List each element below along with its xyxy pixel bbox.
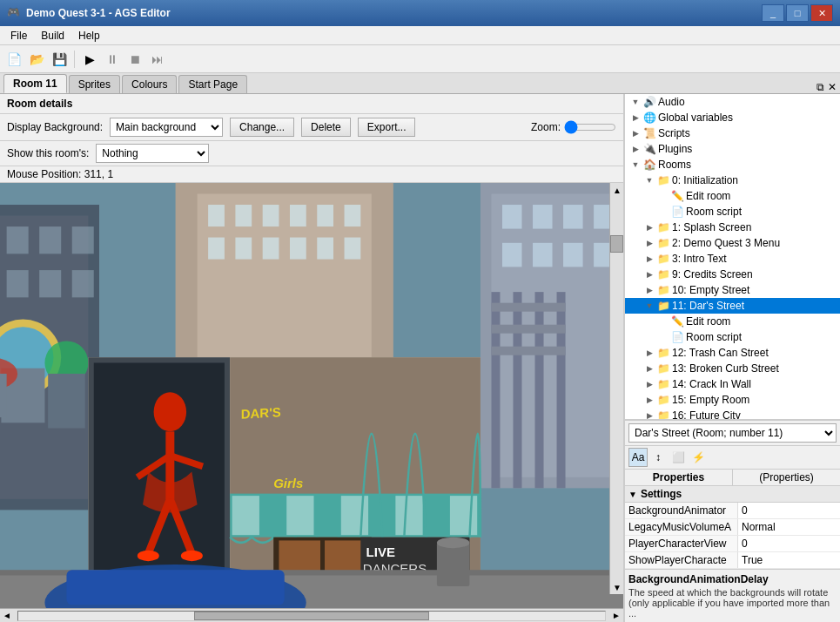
props-btn-2[interactable]: ↕ <box>648 448 668 467</box>
scroll-down-arrow[interactable]: ▼ <box>610 580 623 594</box>
export-button[interactable]: Export... <box>358 118 416 137</box>
svg-rect-50 <box>491 347 565 355</box>
menu-build[interactable]: Build <box>34 28 71 44</box>
stop-button[interactable]: ⏹ <box>124 49 145 70</box>
close-button[interactable]: ✕ <box>810 4 833 22</box>
props-icon-toolbar: Aa ↕ ⬜ ⚡ <box>625 446 840 470</box>
tab-colours[interactable]: Colours <box>122 75 177 93</box>
expand-rooms[interactable]: ▼ <box>628 158 642 172</box>
tree-item-globalvars[interactable]: ▶ 🌐 Global variables <box>625 110 840 125</box>
svg-rect-68 <box>341 496 368 535</box>
props-tab-properties[interactable]: Properties <box>625 470 733 485</box>
tree-item-room3[interactable]: ▶ 📁 3: Intro Text <box>625 251 840 267</box>
tab-close-icon[interactable]: ✕ <box>828 81 837 93</box>
show-rooms-select[interactable]: Nothing Walkable areas Hotspots Objects … <box>96 144 209 163</box>
room1-icon: 📁 <box>656 220 670 234</box>
tree-item-room1[interactable]: ▶ 📁 1: Splash Screen <box>625 220 840 235</box>
open-button[interactable]: 📂 <box>26 49 47 70</box>
minimize-button[interactable]: _ <box>762 4 784 22</box>
expand-audio[interactable]: ▼ <box>628 95 642 109</box>
hscroll-track <box>17 611 606 621</box>
scroll-right-arrow[interactable]: ► <box>609 609 623 623</box>
expand-plugins[interactable]: ▶ <box>628 142 642 156</box>
new-button[interactable]: 📄 <box>3 49 24 70</box>
vertical-scrollbar[interactable]: ▲ ▼ <box>609 183 623 594</box>
svg-rect-22 <box>263 205 279 226</box>
expand-room3[interactable]: ▶ <box>642 252 656 266</box>
save-button[interactable]: 💾 <box>49 49 70 70</box>
expand-room15[interactable]: ▶ <box>642 393 656 407</box>
tree-item-room13[interactable]: ▶ 📁 13: Broken Curb Street <box>625 361 840 376</box>
tree-item-scripts[interactable]: ▶ 📜 Scripts <box>625 125 840 141</box>
tree-item-room16[interactable]: ▶ 📁 16: Future City <box>625 408 840 420</box>
change-button[interactable]: Change... <box>230 118 294 137</box>
content-area: Room details Display Background: Main ba… <box>0 94 840 622</box>
room-dropdown[interactable]: Dar's Street (Room; number 11) <box>628 423 837 443</box>
display-background-select[interactable]: Main background Background 2 None <box>110 118 223 137</box>
room-details-header: Room details <box>0 94 623 114</box>
tree-item-room9[interactable]: ▶ 📁 9: Credits Screen <box>625 267 840 282</box>
room15-icon: 📁 <box>656 393 670 407</box>
room2-icon: 📁 <box>656 236 670 250</box>
menu-help[interactable]: Help <box>71 28 107 44</box>
tab-startpage[interactable]: Start Page <box>178 75 247 93</box>
props-tab-properties2[interactable]: (Properties) <box>733 470 840 485</box>
scroll-up-arrow[interactable]: ▲ <box>610 183 623 197</box>
room-canvas-container: DAR'S Girls <box>0 183 623 608</box>
expand-room0[interactable]: ▼ <box>642 173 656 187</box>
horizontal-scrollbar[interactable]: ◄ ► <box>0 608 623 622</box>
expand-scripts[interactable]: ▶ <box>628 126 642 140</box>
expand-room11[interactable]: ▼ <box>642 299 656 313</box>
svg-rect-39 <box>502 243 522 267</box>
menu-file[interactable]: File <box>3 28 34 44</box>
svg-rect-46 <box>535 292 544 488</box>
props-btn-3[interactable]: ⬜ <box>669 448 688 467</box>
expand-room12[interactable]: ▶ <box>642 346 656 360</box>
expand-room9[interactable]: ▶ <box>642 267 656 281</box>
tree-item-plugins[interactable]: ▶ 🔌 Plugins <box>625 141 840 157</box>
props-desc-title: BackgroundAnimationDelay <box>628 573 837 585</box>
tree-item-room11-edit[interactable]: ✏️ Edit room <box>625 314 840 329</box>
expand-room10[interactable]: ▶ <box>642 283 656 297</box>
props-key-2: PlayerCharacterView <box>625 536 738 551</box>
tree-item-room0-edit[interactable]: ✏️ Edit room <box>625 188 840 204</box>
props-btn-1[interactable]: Aa <box>628 448 648 467</box>
tree-item-room11-script[interactable]: 📄 Room script <box>625 329 840 345</box>
tree-item-room2[interactable]: ▶ 📁 2: Demo Quest 3 Menu <box>625 235 840 251</box>
expand-room16[interactable]: ▶ <box>642 409 656 420</box>
tree-item-room0-script[interactable]: 📄 Room script <box>625 204 840 220</box>
tab-room11[interactable]: Room 11 <box>3 74 67 93</box>
expand-room2[interactable]: ▶ <box>642 236 656 250</box>
pause-button[interactable]: ⏸ <box>102 49 123 70</box>
room11-edit-icon: ✏️ <box>670 314 684 328</box>
run-button[interactable]: ▶ <box>79 49 100 70</box>
svg-rect-31 <box>345 238 361 260</box>
svg-rect-4 <box>7 226 29 254</box>
tree-item-room11[interactable]: ▼ 📁 11: Dar's Street <box>625 298 840 314</box>
tab-detach-icon[interactable]: ⧉ <box>816 81 824 93</box>
tree-item-room0[interactable]: ▼ 📁 0: Initialization <box>625 172 840 188</box>
tree-item-audio[interactable]: ▼ 🔊 Audio <box>625 94 840 110</box>
next-button[interactable]: ⏭ <box>147 49 168 70</box>
maximize-button[interactable]: □ <box>786 4 809 22</box>
delete-button[interactable]: Delete <box>301 118 351 137</box>
expand-globalvars[interactable]: ▶ <box>628 111 642 125</box>
vscroll-thumb[interactable] <box>610 235 623 253</box>
scroll-left-arrow[interactable]: ◄ <box>0 609 14 623</box>
expand-room1[interactable]: ▶ <box>642 220 656 234</box>
tree-item-rooms[interactable]: ▼ 🏠 Rooms <box>625 157 840 172</box>
props-key-0: BackgroundAnimator <box>625 503 738 518</box>
tab-sprites[interactable]: Sprites <box>69 75 120 93</box>
tree-item-room14[interactable]: ▶ 📁 14: Crack In Wall <box>625 376 840 392</box>
tree-item-room15[interactable]: ▶ 📁 15: Empty Room <box>625 392 840 408</box>
tree-item-room12[interactable]: ▶ 📁 12: Trash Can Street <box>625 345 840 361</box>
hscroll-thumb[interactable] <box>194 612 429 620</box>
tree-item-room10[interactable]: ▶ 📁 10: Empty Street <box>625 282 840 298</box>
props-btn-4[interactable]: ⚡ <box>689 448 708 467</box>
settings-toggle[interactable]: ▼ <box>628 490 637 499</box>
svg-text:Girls: Girls <box>273 476 303 490</box>
zoom-slider[interactable] <box>564 120 616 134</box>
expand-room13[interactable]: ▶ <box>642 362 656 375</box>
scripts-icon: 📜 <box>642 126 656 140</box>
expand-room14[interactable]: ▶ <box>642 377 656 391</box>
